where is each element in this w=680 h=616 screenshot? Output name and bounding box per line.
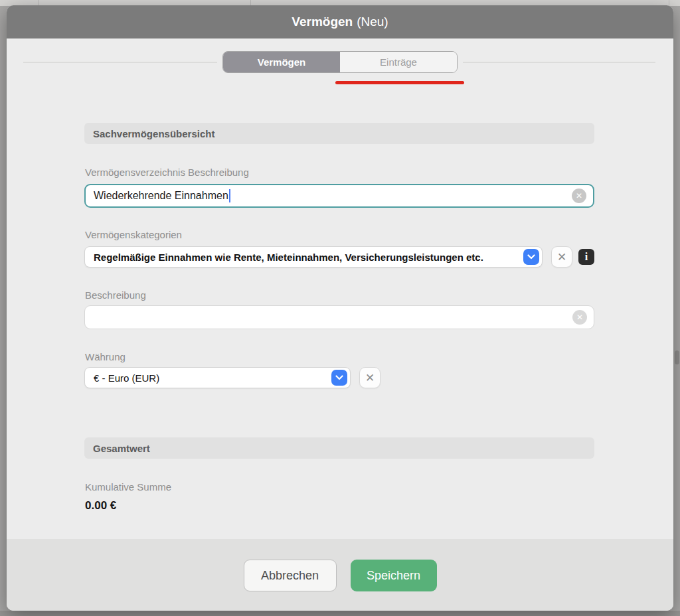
tab-red-underline [335, 81, 464, 84]
currency-remove-button[interactable]: ✕ [359, 367, 381, 388]
cancel-button[interactable]: Abbrechen [244, 560, 337, 591]
currency-value: € - Euro (EUR) [94, 372, 159, 384]
section-header-gesamtwert: Gesamtwert [84, 437, 594, 459]
categories-remove-button[interactable]: ✕ [551, 246, 572, 268]
description-label: Beschreibung [85, 289, 146, 301]
currency-label: Währung [85, 351, 126, 362]
categories-label: Vermögenskategorien [85, 229, 182, 240]
save-button[interactable]: Speichern [351, 560, 437, 591]
dialog-title: Vermögen [292, 15, 353, 29]
clear-icon[interactable]: ✕ [572, 189, 586, 203]
cumulative-sum-value: 0.00 € [85, 499, 116, 512]
cumulative-sum-label: Kumulative Summe [85, 481, 171, 493]
background-bottom-strip [0, 611, 680, 616]
inventory-description-value: Wiederkehrende Einnahmen [94, 190, 228, 202]
info-icon[interactable]: i [578, 249, 594, 265]
dialog-titlebar: Vermögen (Neu) [7, 5, 673, 38]
inventory-description-label: Vermögensverzeichnis Beschreibung [85, 167, 249, 178]
tab-group: Vermögen Einträge [222, 51, 458, 73]
clear-icon[interactable]: ✕ [572, 310, 587, 325]
currency-select[interactable]: € - Euro (EUR) [84, 367, 351, 388]
categories-value: Regelmäßige Einnahmen wie Rente, Mietein… [94, 252, 483, 263]
text-cursor [229, 189, 230, 202]
tab-eintraege[interactable]: Einträge [340, 52, 457, 72]
tab-divider-left [23, 62, 217, 63]
section-header-sachvermoegen: Sachvermögensübersicht [84, 123, 594, 144]
page-scrollbar-thumb[interactable] [675, 350, 679, 364]
vermoegen-dialog: Vermögen (Neu) Vermögen Einträge Sachver… [7, 5, 673, 611]
chevron-down-icon[interactable] [523, 249, 539, 265]
dialog-title-suffix: (Neu) [357, 15, 388, 29]
tab-divider-right [463, 62, 655, 63]
tab-vermoegen[interactable]: Vermögen [223, 52, 340, 72]
inventory-description-input[interactable]: Wiederkehrende Einnahmen ✕ [84, 184, 594, 208]
dialog-footer: Abbrechen Speichern [7, 539, 673, 611]
categories-select[interactable]: Regelmäßige Einnahmen wie Rente, Mietein… [84, 246, 543, 268]
description-input[interactable]: ✕ [84, 305, 594, 329]
chevron-down-icon[interactable] [331, 370, 347, 386]
